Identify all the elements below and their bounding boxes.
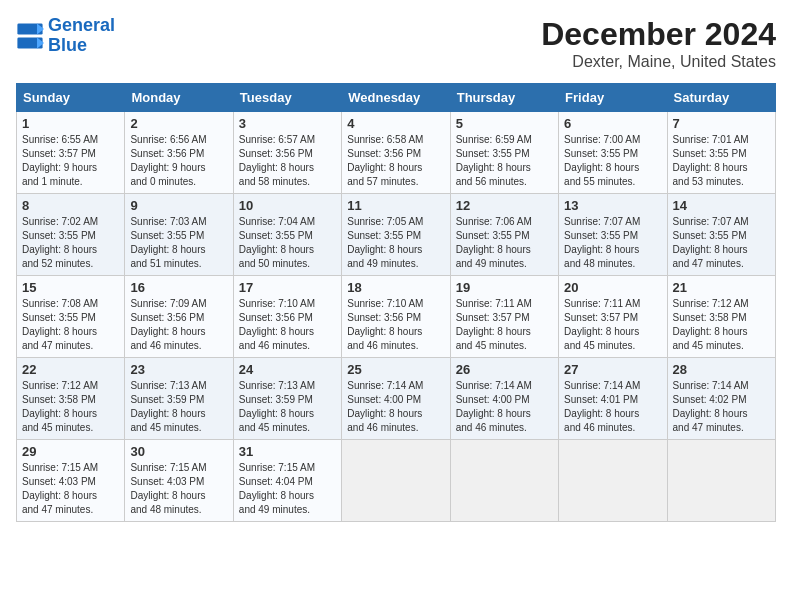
day-number: 25 — [347, 362, 444, 377]
calendar-header: SundayMondayTuesdayWednesdayThursdayFrid… — [17, 84, 776, 112]
day-info: Sunrise: 6:58 AM Sunset: 3:56 PM Dayligh… — [347, 133, 444, 189]
calendar-cell: 9Sunrise: 7:03 AM Sunset: 3:55 PM Daylig… — [125, 194, 233, 276]
col-header-monday: Monday — [125, 84, 233, 112]
day-info: Sunrise: 7:15 AM Sunset: 4:04 PM Dayligh… — [239, 461, 336, 517]
col-header-friday: Friday — [559, 84, 667, 112]
day-number: 15 — [22, 280, 119, 295]
calendar-cell: 17Sunrise: 7:10 AM Sunset: 3:56 PM Dayli… — [233, 276, 341, 358]
day-number: 14 — [673, 198, 770, 213]
calendar-cell — [342, 440, 450, 522]
calendar-cell: 5Sunrise: 6:59 AM Sunset: 3:55 PM Daylig… — [450, 112, 558, 194]
calendar-cell: 14Sunrise: 7:07 AM Sunset: 3:55 PM Dayli… — [667, 194, 775, 276]
calendar-cell: 2Sunrise: 6:56 AM Sunset: 3:56 PM Daylig… — [125, 112, 233, 194]
calendar-cell: 18Sunrise: 7:10 AM Sunset: 3:56 PM Dayli… — [342, 276, 450, 358]
day-info: Sunrise: 7:02 AM Sunset: 3:55 PM Dayligh… — [22, 215, 119, 271]
day-info: Sunrise: 7:01 AM Sunset: 3:55 PM Dayligh… — [673, 133, 770, 189]
logo-line2: Blue — [48, 35, 87, 55]
calendar-subtitle: Dexter, Maine, United States — [541, 53, 776, 71]
day-number: 2 — [130, 116, 227, 131]
day-number: 30 — [130, 444, 227, 459]
day-info: Sunrise: 7:07 AM Sunset: 3:55 PM Dayligh… — [564, 215, 661, 271]
col-header-thursday: Thursday — [450, 84, 558, 112]
calendar-cell: 20Sunrise: 7:11 AM Sunset: 3:57 PM Dayli… — [559, 276, 667, 358]
calendar-cell — [667, 440, 775, 522]
calendar-cell: 10Sunrise: 7:04 AM Sunset: 3:55 PM Dayli… — [233, 194, 341, 276]
logo-line1: General — [48, 15, 115, 35]
col-header-tuesday: Tuesday — [233, 84, 341, 112]
logo: General Blue — [16, 16, 115, 56]
day-info: Sunrise: 6:55 AM Sunset: 3:57 PM Dayligh… — [22, 133, 119, 189]
day-number: 28 — [673, 362, 770, 377]
day-info: Sunrise: 7:13 AM Sunset: 3:59 PM Dayligh… — [239, 379, 336, 435]
day-number: 31 — [239, 444, 336, 459]
day-number: 13 — [564, 198, 661, 213]
calendar-cell: 29Sunrise: 7:15 AM Sunset: 4:03 PM Dayli… — [17, 440, 125, 522]
day-number: 11 — [347, 198, 444, 213]
day-info: Sunrise: 7:10 AM Sunset: 3:56 PM Dayligh… — [239, 297, 336, 353]
day-number: 18 — [347, 280, 444, 295]
day-info: Sunrise: 7:14 AM Sunset: 4:00 PM Dayligh… — [347, 379, 444, 435]
calendar-cell: 11Sunrise: 7:05 AM Sunset: 3:55 PM Dayli… — [342, 194, 450, 276]
calendar-cell: 26Sunrise: 7:14 AM Sunset: 4:00 PM Dayli… — [450, 358, 558, 440]
calendar-cell: 22Sunrise: 7:12 AM Sunset: 3:58 PM Dayli… — [17, 358, 125, 440]
calendar-table: SundayMondayTuesdayWednesdayThursdayFrid… — [16, 83, 776, 522]
calendar-title: December 2024 — [541, 16, 776, 53]
day-number: 19 — [456, 280, 553, 295]
day-info: Sunrise: 7:15 AM Sunset: 4:03 PM Dayligh… — [22, 461, 119, 517]
day-info: Sunrise: 7:14 AM Sunset: 4:01 PM Dayligh… — [564, 379, 661, 435]
calendar-cell: 25Sunrise: 7:14 AM Sunset: 4:00 PM Dayli… — [342, 358, 450, 440]
calendar-cell: 12Sunrise: 7:06 AM Sunset: 3:55 PM Dayli… — [450, 194, 558, 276]
logo-icon — [16, 22, 44, 50]
day-info: Sunrise: 7:12 AM Sunset: 3:58 PM Dayligh… — [22, 379, 119, 435]
day-number: 3 — [239, 116, 336, 131]
day-info: Sunrise: 6:59 AM Sunset: 3:55 PM Dayligh… — [456, 133, 553, 189]
col-header-sunday: Sunday — [17, 84, 125, 112]
calendar-body: 1Sunrise: 6:55 AM Sunset: 3:57 PM Daylig… — [17, 112, 776, 522]
day-info: Sunrise: 7:14 AM Sunset: 4:02 PM Dayligh… — [673, 379, 770, 435]
calendar-cell: 28Sunrise: 7:14 AM Sunset: 4:02 PM Dayli… — [667, 358, 775, 440]
day-number: 22 — [22, 362, 119, 377]
header-row: SundayMondayTuesdayWednesdayThursdayFrid… — [17, 84, 776, 112]
day-number: 16 — [130, 280, 227, 295]
day-number: 1 — [22, 116, 119, 131]
calendar-cell: 7Sunrise: 7:01 AM Sunset: 3:55 PM Daylig… — [667, 112, 775, 194]
calendar-cell: 6Sunrise: 7:00 AM Sunset: 3:55 PM Daylig… — [559, 112, 667, 194]
week-row-2: 8Sunrise: 7:02 AM Sunset: 3:55 PM Daylig… — [17, 194, 776, 276]
day-number: 5 — [456, 116, 553, 131]
day-info: Sunrise: 7:13 AM Sunset: 3:59 PM Dayligh… — [130, 379, 227, 435]
day-number: 20 — [564, 280, 661, 295]
day-number: 27 — [564, 362, 661, 377]
day-info: Sunrise: 7:08 AM Sunset: 3:55 PM Dayligh… — [22, 297, 119, 353]
day-info: Sunrise: 7:12 AM Sunset: 3:58 PM Dayligh… — [673, 297, 770, 353]
day-number: 24 — [239, 362, 336, 377]
day-number: 9 — [130, 198, 227, 213]
day-info: Sunrise: 7:10 AM Sunset: 3:56 PM Dayligh… — [347, 297, 444, 353]
calendar-cell: 19Sunrise: 7:11 AM Sunset: 3:57 PM Dayli… — [450, 276, 558, 358]
week-row-5: 29Sunrise: 7:15 AM Sunset: 4:03 PM Dayli… — [17, 440, 776, 522]
day-number: 12 — [456, 198, 553, 213]
calendar-cell: 23Sunrise: 7:13 AM Sunset: 3:59 PM Dayli… — [125, 358, 233, 440]
calendar-cell: 13Sunrise: 7:07 AM Sunset: 3:55 PM Dayli… — [559, 194, 667, 276]
day-number: 21 — [673, 280, 770, 295]
calendar-cell: 16Sunrise: 7:09 AM Sunset: 3:56 PM Dayli… — [125, 276, 233, 358]
calendar-cell: 4Sunrise: 6:58 AM Sunset: 3:56 PM Daylig… — [342, 112, 450, 194]
calendar-cell: 21Sunrise: 7:12 AM Sunset: 3:58 PM Dayli… — [667, 276, 775, 358]
day-info: Sunrise: 7:04 AM Sunset: 3:55 PM Dayligh… — [239, 215, 336, 271]
col-header-wednesday: Wednesday — [342, 84, 450, 112]
calendar-cell: 30Sunrise: 7:15 AM Sunset: 4:03 PM Dayli… — [125, 440, 233, 522]
day-info: Sunrise: 7:15 AM Sunset: 4:03 PM Dayligh… — [130, 461, 227, 517]
calendar-cell: 1Sunrise: 6:55 AM Sunset: 3:57 PM Daylig… — [17, 112, 125, 194]
day-info: Sunrise: 7:06 AM Sunset: 3:55 PM Dayligh… — [456, 215, 553, 271]
day-number: 23 — [130, 362, 227, 377]
day-number: 26 — [456, 362, 553, 377]
calendar-cell: 24Sunrise: 7:13 AM Sunset: 3:59 PM Dayli… — [233, 358, 341, 440]
day-number: 6 — [564, 116, 661, 131]
day-info: Sunrise: 7:00 AM Sunset: 3:55 PM Dayligh… — [564, 133, 661, 189]
week-row-1: 1Sunrise: 6:55 AM Sunset: 3:57 PM Daylig… — [17, 112, 776, 194]
day-info: Sunrise: 7:03 AM Sunset: 3:55 PM Dayligh… — [130, 215, 227, 271]
col-header-saturday: Saturday — [667, 84, 775, 112]
title-area: December 2024 Dexter, Maine, United Stat… — [541, 16, 776, 71]
day-number: 8 — [22, 198, 119, 213]
calendar-cell — [450, 440, 558, 522]
day-info: Sunrise: 6:57 AM Sunset: 3:56 PM Dayligh… — [239, 133, 336, 189]
